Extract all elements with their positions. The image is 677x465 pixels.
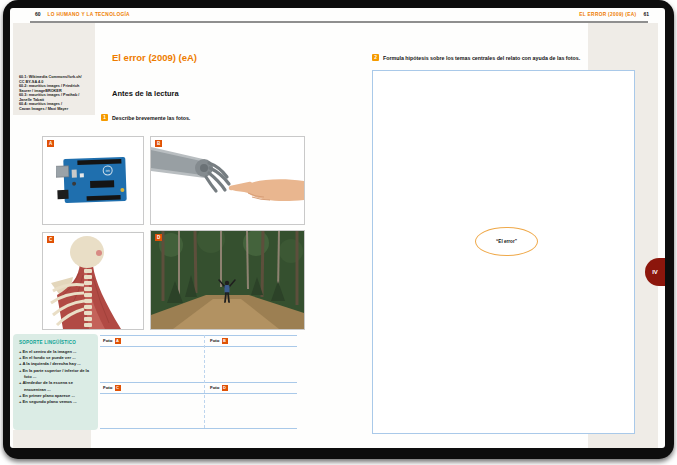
foto-letter-c: C: [115, 385, 121, 391]
bullet-icon: +: [19, 349, 21, 354]
photo-frame-c: C: [42, 232, 144, 330]
lesson-title: El error (2009) (eA): [112, 52, 197, 63]
forest-hiker-image: [151, 231, 304, 329]
foto-letter-d: D: [222, 385, 228, 391]
chapter-tab: IV: [645, 258, 665, 286]
support-item: + Alrededor de la escena se encuentran .…: [19, 380, 93, 393]
photo-label-c: C: [47, 236, 54, 243]
table-line: [100, 382, 297, 383]
credit-line: 60.1: Wikimedia Commons/fcrk.ch/: [19, 75, 91, 80]
support-item: + En la parte superior / inferior de la …: [19, 368, 93, 381]
photo-frame-a: A ∞: [42, 136, 144, 225]
table-cell-foto-c[interactable]: Foto C: [103, 385, 121, 391]
table-line: [100, 335, 297, 336]
hypothesis-answer-box[interactable]: “El error”: [372, 70, 635, 434]
photo-label-b: B: [155, 140, 162, 147]
robot-human-hands-image: [151, 137, 304, 224]
chapter-title-right: EL ERROR (2009) (EA): [579, 12, 636, 17]
table-line: [100, 346, 297, 347]
bullet-icon: +: [19, 393, 21, 398]
support-item: + En segundo plano vemos ...: [19, 399, 93, 405]
foto-letter-b: B: [222, 338, 228, 344]
photo-frame-d: D: [150, 230, 305, 330]
photo-credits: 60.1: Wikimedia Commons/fcrk.ch/ CC BY-S…: [13, 23, 95, 115]
page-number-right: 61: [643, 11, 649, 17]
table-cell-foto-b[interactable]: Foto B: [210, 338, 228, 344]
photo-label-d: D: [155, 234, 162, 241]
header-left: 60 LO HUMANO Y LA TECNOLOGÍA: [35, 11, 130, 17]
unit-title-left: LO HUMANO Y LA TECNOLOGÍA: [48, 12, 130, 17]
task-2-number: 2: [372, 54, 379, 61]
bullet-icon: +: [19, 399, 21, 404]
window-frame: 60 LO HUMANO Y LA TECNOLOGÍA EL ERROR (2…: [3, 0, 674, 459]
language-support-box: SOPORTE LINGÜÍSTICO + En el centro de la…: [13, 334, 98, 430]
page-spread: 60 LO HUMANO Y LA TECNOLOGÍA EL ERROR (2…: [10, 8, 665, 448]
arduino-board-image: ∞: [56, 151, 130, 209]
bullet-icon: +: [19, 368, 21, 373]
table-cell-foto-d[interactable]: Foto D: [210, 385, 228, 391]
mindmap-center-bubble: “El error”: [475, 227, 538, 256]
credit-line: Cavan Images / Maxi Mayer: [19, 107, 91, 112]
photo-label-a: A: [47, 140, 54, 147]
task-1-number: 1: [101, 114, 108, 121]
photo-frame-b: B: [150, 136, 305, 225]
table-divider: [204, 335, 205, 428]
task-2-instruction: Formula hipótesis sobre los temas centra…: [383, 55, 638, 61]
foto-letter-a: A: [115, 338, 121, 344]
header-divider: [30, 21, 648, 23]
bullet-icon: +: [19, 355, 21, 360]
task-1-instruction: Describe brevemente las fotos.: [112, 115, 190, 121]
svg-text:∞: ∞: [105, 168, 109, 174]
table-line: [100, 393, 297, 394]
page-number-left: 60: [35, 11, 41, 17]
table-cell-foto-a[interactable]: Foto A: [103, 338, 121, 344]
section-heading: Antes de la lectura: [112, 89, 179, 98]
anatomy-back-image: [43, 233, 143, 329]
photo-answer-table[interactable]: Foto A Foto B Foto C Foto D: [100, 335, 297, 428]
header-right: EL ERROR (2009) (EA) 61: [579, 11, 649, 17]
table-line: [100, 428, 297, 429]
page-margin-shading: [13, 430, 91, 448]
support-box-title: SOPORTE LINGÜÍSTICO: [19, 340, 93, 345]
textbook-spread-screenshot: 60 LO HUMANO Y LA TECNOLOGÍA EL ERROR (2…: [0, 0, 677, 465]
